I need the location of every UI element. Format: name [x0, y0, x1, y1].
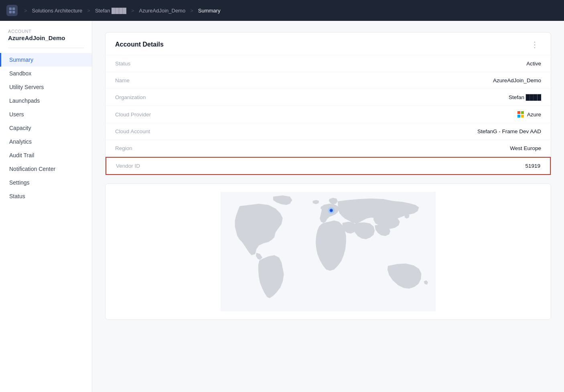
main-layout: Account AzureAdJoin_Demo Summary Sandbox… [0, 21, 564, 392]
detail-label-cloud-account: Cloud Account [115, 128, 150, 134]
breadcrumb-separator-1: > [87, 8, 90, 14]
sidebar-item-notification-center-label: Notification Center [9, 166, 55, 172]
map-svg-wrapper [105, 184, 551, 319]
sidebar-item-settings-label: Settings [9, 179, 30, 186]
sidebar-item-status-label: Status [9, 193, 25, 199]
detail-label-cloud-provider: Cloud Provider [115, 112, 151, 118]
sidebar-divider [8, 48, 84, 48]
sidebar-item-settings[interactable]: Settings [0, 176, 92, 189]
svg-rect-0 [9, 8, 12, 10]
sidebar-item-utility-servers-label: Utility Servers [9, 84, 44, 90]
sidebar-item-audit-trail[interactable]: Audit Trail [0, 148, 92, 162]
breadcrumb-separator-0: > [24, 8, 27, 14]
sidebar-item-users[interactable]: Users [0, 108, 92, 121]
account-label: Account [0, 29, 92, 34]
detail-row-vendor-id: Vendor ID 51919 [105, 157, 551, 175]
account-details-card: Account Details ⋮ Status Active Name Azu… [105, 32, 551, 175]
detail-label-status: Status [115, 61, 130, 67]
svg-rect-2 [9, 11, 12, 13]
sidebar-item-notification-center[interactable]: Notification Center [0, 162, 92, 176]
sidebar-item-sandbox-label: Sandbox [9, 70, 31, 77]
detail-row-cloud-provider: Cloud Provider Azure [105, 106, 551, 123]
sidebar-item-launchpads[interactable]: Launchpads [0, 94, 92, 108]
detail-row-organization: Organization Stefan ████ [105, 89, 551, 106]
breadcrumb-stefan[interactable]: Stefan ████ [95, 8, 126, 14]
main-content: Account Details ⋮ Status Active Name Azu… [92, 21, 564, 392]
detail-label-region: Region [115, 145, 132, 151]
detail-label-organization: Organization [115, 94, 146, 100]
sidebar-item-analytics[interactable]: Analytics [0, 135, 92, 148]
map-container [105, 183, 551, 320]
microsoft-icon [517, 111, 524, 118]
sidebar-item-summary[interactable]: Summary [0, 53, 92, 67]
detail-row-name: Name AzureAdJoin_Demo [105, 72, 551, 89]
detail-label-name: Name [115, 77, 130, 83]
breadcrumb-summary: Summary [198, 8, 221, 14]
svg-point-7 [331, 210, 332, 211]
detail-value-region: West Europe [510, 145, 541, 151]
detail-value-cloud-account: StefanG - Frame Dev AAD [477, 128, 541, 134]
sidebar-item-capacity-label: Capacity [9, 125, 31, 131]
sidebar-item-sandbox[interactable]: Sandbox [0, 67, 92, 80]
breadcrumb-solutions-architecture[interactable]: Solutions Architecture [32, 8, 83, 14]
detail-value-vendor-id: 51919 [525, 163, 540, 169]
breadcrumb-azure-adjoin-demo[interactable]: AzureAdJoin_Demo [139, 8, 186, 14]
detail-value-status: Active [526, 61, 541, 67]
topbar: > Solutions Architecture > Stefan ████ >… [0, 0, 564, 21]
sidebar-item-status[interactable]: Status [0, 189, 92, 203]
sidebar-item-audit-trail-label: Audit Trail [9, 152, 34, 158]
detail-row-cloud-account: Cloud Account StefanG - Frame Dev AAD [105, 123, 551, 140]
sidebar: Account AzureAdJoin_Demo Summary Sandbox… [0, 21, 92, 392]
detail-row-status: Status Active [105, 55, 551, 72]
svg-rect-3 [12, 11, 15, 13]
sidebar-item-utility-servers[interactable]: Utility Servers [0, 80, 92, 94]
sidebar-item-capacity[interactable]: Capacity [0, 121, 92, 135]
svg-rect-1 [12, 8, 15, 10]
breadcrumb-separator-3: > [190, 8, 193, 14]
detail-row-region: Region West Europe [105, 140, 551, 157]
detail-value-cloud-provider: Azure [517, 111, 541, 118]
app-logo[interactable] [6, 5, 18, 16]
sidebar-item-launchpads-label: Launchpads [9, 97, 40, 104]
detail-value-organization: Stefan ████ [509, 94, 541, 100]
card-menu-button[interactable]: ⋮ [528, 40, 541, 49]
cloud-provider-text: Azure [527, 112, 541, 118]
card-title: Account Details [115, 41, 164, 48]
card-header: Account Details ⋮ [105, 32, 551, 55]
sidebar-item-summary-label: Summary [9, 57, 33, 63]
account-name: AzureAdJoin_Demo [0, 35, 92, 41]
sidebar-item-analytics-label: Analytics [9, 138, 32, 145]
detail-value-name: AzureAdJoin_Demo [493, 77, 541, 83]
sidebar-item-users-label: Users [9, 111, 24, 118]
breadcrumb-separator-2: > [131, 8, 134, 14]
detail-label-vendor-id: Vendor ID [116, 163, 140, 169]
